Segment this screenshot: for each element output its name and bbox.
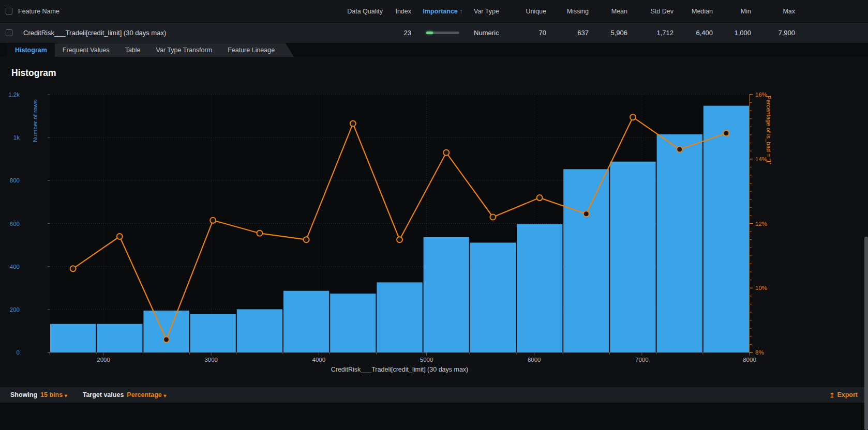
chart-footer: Showing 15 bins ▾ Target values Percenta… — [0, 387, 868, 403]
tab-histogram[interactable]: Histogram — [7, 43, 55, 57]
svg-text:4000: 4000 — [312, 357, 326, 363]
svg-text:3000: 3000 — [204, 357, 218, 363]
export-button[interactable]: ↥ Export — [829, 391, 858, 399]
col-index[interactable]: Index — [383, 8, 420, 15]
svg-text:Percentage of is_bad = '1': Percentage of is_bad = '1' — [766, 96, 772, 164]
feature-mean: 5,906 — [589, 29, 627, 37]
importance-bar-fill — [426, 32, 433, 34]
tab-feature-lineage[interactable]: Feature Lineage — [220, 43, 282, 57]
col-mean[interactable]: Mean — [589, 8, 627, 15]
svg-text:600: 600 — [10, 221, 20, 227]
histogram-chart[interactable]: 2000300040005000600070008000020040060080… — [0, 57, 868, 387]
svg-text:6000: 6000 — [528, 357, 541, 363]
feature-max: 7,900 — [751, 29, 795, 37]
target-values-dropdown[interactable]: Percentage ▾ — [127, 391, 166, 398]
svg-text:5000: 5000 — [420, 357, 433, 363]
svg-text:8000: 8000 — [743, 357, 756, 363]
feature-min: 1,000 — [713, 29, 751, 37]
feature-unique: 70 — [512, 29, 546, 37]
target-values-label: Target values — [83, 391, 124, 398]
feature-median: 6,400 — [674, 29, 713, 37]
svg-text:2000: 2000 — [97, 357, 110, 363]
svg-text:14%: 14% — [755, 156, 767, 162]
feature-table-header: Feature Name Data Quality Index Importan… — [0, 0, 868, 23]
select-all-checkbox[interactable] — [6, 8, 12, 14]
feature-row-checkbox[interactable] — [6, 29, 12, 36]
svg-text:10%: 10% — [755, 285, 767, 291]
svg-text:1k: 1k — [13, 134, 20, 141]
col-var-type[interactable]: Var Type — [466, 8, 512, 15]
col-unique[interactable]: Unique — [512, 8, 546, 15]
svg-text:1.2k: 1.2k — [8, 91, 20, 98]
showing-label: Showing — [10, 391, 37, 398]
tab-frequent-values[interactable]: Frequent Values — [55, 43, 117, 57]
feature-index: 23 — [383, 29, 420, 37]
col-median[interactable]: Median — [674, 8, 713, 15]
svg-text:16%: 16% — [755, 91, 767, 98]
svg-text:800: 800 — [10, 177, 20, 183]
svg-text:400: 400 — [10, 264, 20, 270]
bins-dropdown[interactable]: 15 bins ▾ — [40, 391, 67, 398]
svg-text:0: 0 — [17, 349, 20, 356]
importance-bar — [426, 32, 459, 34]
col-importance[interactable]: Importance ↑ — [420, 8, 466, 15]
tab-table[interactable]: Table — [117, 43, 148, 57]
sort-ascending-icon: ↑ — [459, 8, 462, 15]
svg-text:7000: 7000 — [635, 357, 649, 363]
col-feature-name[interactable]: Feature Name — [18, 8, 59, 15]
svg-text:Number of rows: Number of rows — [32, 100, 38, 142]
feature-var-type: Numeric — [466, 29, 512, 37]
chevron-down-icon: ▾ — [65, 393, 67, 398]
feature-missing: 637 — [546, 29, 589, 37]
svg-text:200: 200 — [10, 306, 20, 313]
col-missing[interactable]: Missing — [546, 8, 589, 15]
tab-var-type-transform[interactable]: Var Type Transform — [148, 43, 220, 57]
col-min[interactable]: Min — [713, 8, 751, 15]
feature-std-dev: 1,712 — [627, 29, 674, 37]
svg-text:8%: 8% — [755, 349, 764, 356]
col-max[interactable]: Max — [751, 8, 795, 15]
chevron-down-icon: ▾ — [163, 393, 166, 398]
col-data-quality[interactable]: Data Quality — [321, 8, 383, 15]
export-icon: ↥ — [829, 391, 834, 399]
feature-tabs: Histogram Frequent Values Table Var Type… — [0, 43, 868, 57]
vertical-scrollbar-thumb[interactable] — [864, 237, 868, 430]
feature-row[interactable]: CreditRisk___Tradeli[credit_limit] (30 d… — [0, 23, 868, 43]
svg-text:CreditRisk___Tradeli[credit_li: CreditRisk___Tradeli[credit_limit] (30 d… — [331, 366, 469, 373]
feature-name[interactable]: CreditRisk___Tradeli[credit_limit] (30 d… — [23, 29, 166, 37]
col-std-dev[interactable]: Std Dev — [627, 8, 674, 15]
svg-text:12%: 12% — [755, 221, 767, 227]
histogram-panel: Histogram 200030004000500060007000800002… — [0, 57, 868, 387]
